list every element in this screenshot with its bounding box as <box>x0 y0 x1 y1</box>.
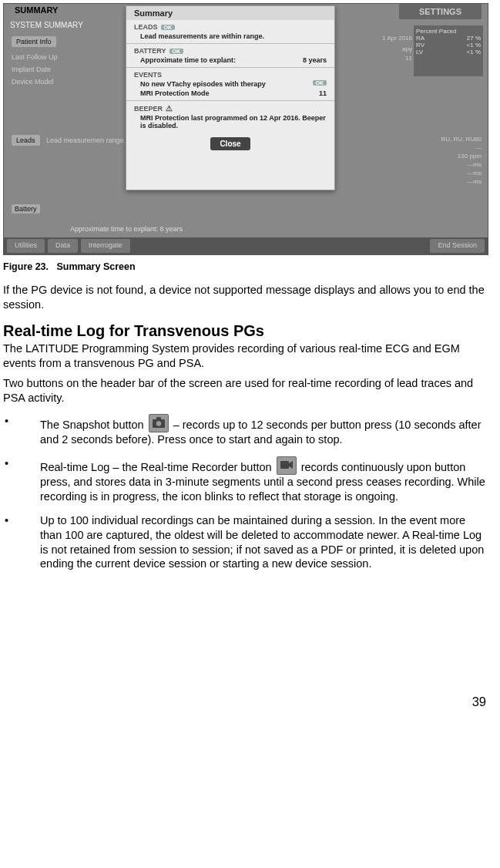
right-apy-val: 11 <box>405 55 412 62</box>
dialog-title: Summary <box>126 6 334 20</box>
heading-realtime-log: Real-time Log for Transvenous PGs <box>3 322 489 340</box>
bullet-snapshot: • The Snapshot button – records up to 12… <box>3 414 489 447</box>
percent-paced-panel: Percent Paced RA27 % RV<1 % LV<1 % <box>414 25 483 76</box>
tab-settings: SETTINGS <box>399 4 482 19</box>
end-session-button: End Session <box>430 239 485 253</box>
implant-date-label: Implant Date <box>12 66 51 73</box>
page-number: 39 <box>3 695 489 709</box>
para-latitude: The LATITUDE Programming System provides… <box>3 341 489 370</box>
svg-rect-3 <box>280 461 289 469</box>
svg-point-2 <box>156 422 160 426</box>
para-two-buttons: Two buttons on the header bar of the scr… <box>3 376 489 405</box>
leads-section: Leads Lead measuremen range. <box>12 136 126 144</box>
svg-marker-4 <box>289 461 293 469</box>
right-apy: apy <box>402 45 412 52</box>
battery-section: Battery <box>12 204 40 214</box>
para-device-not-found: If the PG device is not found, a device … <box>3 283 489 311</box>
device-model-label: Device Model <box>12 78 54 86</box>
video-camera-icon <box>277 456 297 475</box>
approx-explant-label: Approximate time to explant: 8 years <box>70 225 183 233</box>
summary-dialog: Summary LEADSOK Lead measurements are wi… <box>126 5 335 190</box>
right-date: 1 Apr 2016 <box>382 35 412 42</box>
tab-summary: SUMMARY <box>8 4 64 16</box>
summary-screenshot: SUMMARY SETTINGS SYSTEM SUMMARY Patient … <box>3 3 488 255</box>
bullet-realtime-log: • Real-time Log – the Real-time Recorder… <box>3 456 489 504</box>
last-follow-up-label: Last Follow Up <box>12 53 58 61</box>
interrogate-button: Interrogate <box>81 239 130 253</box>
bottom-toolbar: Utilities Data Interrogate End Session <box>4 237 488 254</box>
patient-info-button: Patient Info <box>12 36 56 47</box>
utilities-button: Utilities <box>7 239 45 253</box>
warning-icon: ⚠ <box>166 104 173 113</box>
system-summary-label: SYSTEM SUMMARY <box>10 21 83 29</box>
camera-icon <box>149 414 169 432</box>
data-button: Data <box>48 239 78 253</box>
right-low-readouts: RU, RU, RU80 --- 130 ppm ---ms ---ms ---… <box>441 135 482 186</box>
svg-rect-1 <box>156 417 161 420</box>
bullet-recordings-limit: • Up to 100 individual recordings can be… <box>3 513 489 571</box>
close-button: Close <box>210 137 250 150</box>
figure-caption: Figure 23. Summary Screen <box>3 261 489 272</box>
